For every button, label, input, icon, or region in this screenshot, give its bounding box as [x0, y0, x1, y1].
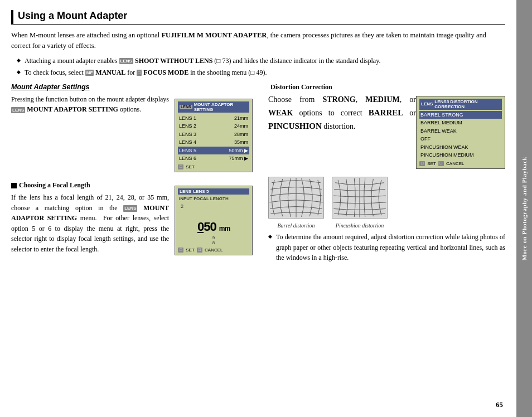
dist-row-barrel-weak: BARREL WEAK	[419, 127, 502, 135]
mount-adapter-block: Pressing the function button on the moun…	[11, 94, 253, 177]
lcd-row-5-highlighted: LENS 550mm ▶	[178, 147, 249, 155]
lcd-lens-icon: LENS	[180, 105, 192, 109]
mount-adaptor-setting-label-2: MOUNT ADAPTOR SET­TING	[11, 204, 169, 222]
pincushion-label: PINCUSHION	[268, 122, 322, 130]
barrel-image-wrap: Barrel distortion	[268, 177, 324, 229]
manual-label: MANUAL	[95, 69, 125, 76]
pincushion-caption: Pincushion distortion	[332, 222, 388, 229]
lens-icon-focal: LENS	[123, 205, 137, 211]
focal-list-bottom: 98	[178, 235, 249, 245]
strong-label: STRONG	[323, 95, 356, 104]
lens-icon-mount: LENS	[11, 107, 25, 113]
dist-cancel-btn: □	[438, 161, 444, 166]
focal-list: 2	[178, 202, 249, 219]
side-tab-text: More on Photography and Playback	[521, 157, 528, 260]
bullet-item-1: Attaching a mount adapter enables LENS S…	[17, 56, 505, 66]
medium-label: MEDI­UM	[365, 95, 399, 104]
dist-row-off: OFF	[419, 135, 502, 143]
focal-text-block: Choosing a Focal Length If the lens has …	[11, 181, 169, 255]
focal-heading: Choosing a Focal Length	[11, 181, 169, 190]
lcd-set-label: SET	[186, 164, 195, 169]
distortion-heading-text: Distortion Correction	[270, 83, 332, 91]
lcd-row-4: LENS 435mm	[178, 138, 249, 147]
focal-set-btn: □	[178, 248, 183, 253]
lcd-distortion-screen: LENS LENS5 DISTORTION CORRECTION BARREL …	[416, 96, 505, 169]
main-content: Using a Mount Adapter When M-mount lense…	[0, 0, 516, 417]
dist-row-pincushion-medium: PINCUSHION MEDIUM	[419, 151, 502, 159]
focus-icon: □	[137, 70, 142, 76]
focal-cancel-label: CANCEL	[205, 248, 223, 253]
lcd-dist-footer: □ SET □ CANCEL	[419, 161, 502, 166]
lcd-mount-title-bar: LENS MOUNT ADAPTOR SETTING	[178, 101, 249, 113]
focal-list-2: 2	[181, 202, 249, 210]
focal-heading-text: Choosing a Focal Length	[19, 181, 90, 190]
lcd-focal-title-bar: LENS LENS 5	[178, 188, 249, 195]
focal-cursor: 0	[197, 220, 204, 234]
page-title-bar: Using a Mount Adapter	[11, 10, 505, 25]
left-column: Mount Adapter Settings Pressing the func…	[11, 83, 253, 263]
right-column: Distortion Correction LENS LENS5 DISTORT…	[264, 83, 505, 263]
lcd-row-6: LENS 675mm ▶	[178, 154, 249, 163]
weak-label: WEAK	[268, 109, 293, 117]
dist-set-btn: □	[419, 161, 425, 166]
barrel-label: BARREL	[369, 108, 404, 117]
lcd-dist-title-text: LENS5 DISTORTION CORRECTION	[434, 99, 500, 109]
mount-adaptor-setting-label: MOUNT ADAPTOR SET­TING	[27, 105, 118, 113]
dist-cancel-label: CANCEL	[446, 161, 464, 166]
focal-list-spacer	[181, 210, 249, 218]
lcd-dist-lens-icon: LENS	[421, 101, 433, 106]
focus-mode-label: FOCUS MODE	[143, 69, 188, 76]
dist-row-barrel-medium: BARREL MEDIUM	[419, 119, 502, 127]
lcd-row-3: LENS 328mm	[178, 130, 249, 139]
focal-set-label: SET	[186, 248, 195, 253]
lcd-distortion-title-bar: LENS LENS5 DISTORTION CORRECTION	[419, 99, 502, 110]
lcd-focal-lens-icon: LENS	[180, 189, 191, 194]
lcd-focal-footer: □ SET □ CANCEL	[178, 248, 249, 253]
bullet-list: Attaching a mount adapter enables LENS S…	[17, 56, 505, 77]
focal-value-display: 050 mm	[178, 219, 249, 235]
mf-icon: MF	[85, 70, 94, 76]
bottom-bullet: To determine the amount required, adjust…	[268, 232, 505, 263]
lens-icon-bullet1: LENS	[119, 58, 133, 64]
focal-length-block: Choosing a Focal Length If the lens has …	[11, 181, 253, 260]
lcd-row-1: LENS 121mm	[178, 114, 249, 123]
side-tab: More on Photography and Playback	[516, 0, 532, 417]
shoot-without-lens-label: SHOOT WITHOUT LENS	[135, 57, 212, 65]
pincushion-image-wrap: Pincushion distortion	[332, 177, 388, 229]
black-square-icon	[11, 183, 17, 188]
focal-unit: mm	[219, 225, 230, 232]
lcd-mount-screen: LENS MOUNT ADAPTOR SETTING LENS 121mm LE…	[175, 99, 253, 173]
lcd-focal-subtitle: INPUT FOCAL LENGTH	[178, 196, 249, 202]
distortion-heading: Distortion Correction	[268, 83, 505, 91]
page-number: 65	[496, 400, 503, 409]
focal-cancel-btn: □	[197, 248, 202, 253]
intro-text-before: When M-mount lenses are attached using a…	[11, 31, 161, 39]
right-col-inner: Distortion Correction LENS LENS5 DISTORT…	[264, 83, 505, 263]
lcd-mount-title: MOUNT ADAPTOR SETTING	[194, 102, 248, 112]
lcd-focal-screen: LENS LENS 5 INPUT FOCAL LENGTH 2 050 mm …	[175, 186, 253, 255]
bullet-item-2: To check focus, select MF MANUAL for □ F…	[17, 67, 505, 77]
pincushion-distortion-svg	[332, 177, 388, 219]
lcd-set-btn: □	[178, 164, 183, 169]
barrel-caption: Barrel distortion	[268, 222, 324, 229]
distortion-images: Barrel distortion	[268, 177, 505, 229]
lcd-mount-footer: □ SET	[178, 164, 249, 169]
two-column-layout: Mount Adapter Settings Pressing the func…	[11, 83, 505, 263]
dist-set-label: SET	[427, 161, 436, 166]
intro-paragraph: When M-mount lenses are attached using a…	[11, 30, 505, 51]
brand-bold: FUJIFILM M MOUNT ADAPTER	[161, 31, 267, 39]
page-title: Using a Mount Adapter	[18, 10, 505, 22]
barrel-distortion-svg	[268, 177, 324, 219]
dist-row-pincushion-weak: PINCUSHION WEAK	[419, 143, 502, 152]
mount-adapter-heading: Mount Adapter Settings	[11, 83, 253, 91]
mount-adapter-body: Pressing the function button on the moun…	[11, 94, 169, 115]
lcd-row-2: LENS 224mm	[178, 122, 249, 130]
focal-body: If the lens has a focal length of 21, 24…	[11, 192, 169, 255]
distortion-content-block: LENS LENS5 DISTORTION CORRECTION BARREL …	[268, 94, 505, 173]
dist-row-barrel-strong: BARREL STRONG	[419, 111, 502, 119]
lcd-focal-title-text: LENS 5	[193, 189, 209, 194]
